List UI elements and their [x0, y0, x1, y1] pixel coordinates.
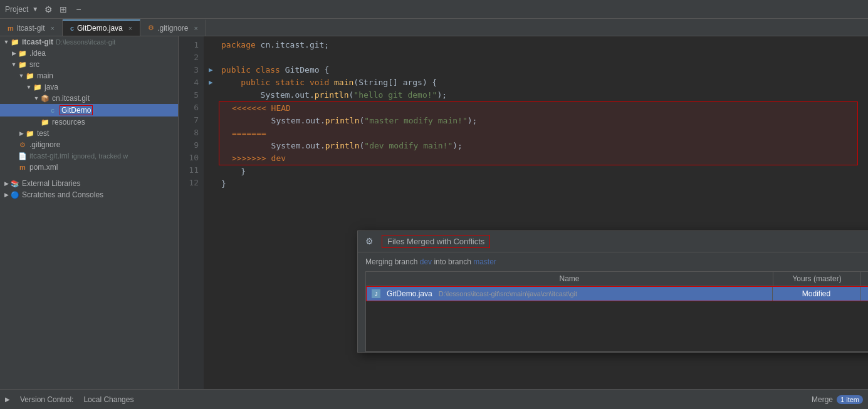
merge-conflict-dialog: ⚙ Files Merged with Conflicts × Merging … — [357, 230, 868, 353]
java-icon-gitdemo: c — [48, 106, 58, 114]
tabs-bar: m itcast-git × c GitDemo.java × ⚙ .gitig… — [0, 19, 868, 36]
folder-icon-test: 📁 — [25, 130, 35, 138]
tree-item-test[interactable]: ▶ 📁 test — [0, 128, 178, 139]
tree-item-scratches[interactable]: ▶ 🔵 Scratches and Consoles — [0, 189, 178, 200]
tree-arrow-package: ▼ — [33, 95, 40, 101]
tab-gitignore[interactable]: ⚙ .gitignore × — [140, 19, 206, 36]
code-line-10: >>>>>>> dev — [219, 152, 857, 165]
iml-icon: 📄 — [18, 152, 28, 160]
code-line-3: ▶ public class GitDemo { — [209, 64, 863, 76]
arrow-3: ▶ — [209, 64, 219, 76]
arrow-4: ▶ — [209, 76, 219, 89]
scratches-icon: 🔵 — [10, 191, 20, 199]
folder-icon-idea: 📁 — [18, 49, 28, 58]
tree-arrow-src: ▼ — [10, 61, 18, 68]
tree-label-gitdemo: GitDemo — [60, 105, 93, 115]
tab-gitdemo[interactable]: c GitDemo.java × — [63, 19, 140, 36]
code-line-2 — [209, 51, 863, 64]
folder-icon-src: 📁 — [18, 61, 28, 69]
bottom-expand-icon[interactable]: ▶ — [5, 396, 10, 403]
main-layout: ▼ 📁 itcast-git D:\lessons\itcast-git ▶ 📁… — [0, 36, 868, 389]
col-theirs-header: Theirs (dev) — [860, 272, 868, 286]
folder-icon-resources: 📁 — [40, 118, 50, 127]
folder-icon-java: 📁 — [33, 83, 43, 91]
minimize-icon[interactable]: − — [73, 4, 83, 14]
conflict-files-table: Name Yours (master) Theirs (dev) J GitDe… — [365, 271, 868, 352]
table-row-gitdemo[interactable]: J GitDemo.java D:\lessons\itcast-git\src… — [366, 286, 868, 301]
tree-item-main[interactable]: ▼ 📁 main — [0, 70, 178, 81]
file-path: D:\lessons\itcast-git\src\main\java\cn\i… — [439, 290, 577, 298]
code-line-4: ▶ public static void main(String[] args)… — [209, 76, 863, 89]
tree-item-java[interactable]: ▼ 📁 java — [0, 81, 178, 93]
yours-status-cell: Modified — [772, 287, 860, 301]
tree-path-root: D:\lessons\itcast-git — [56, 38, 115, 46]
tree-label-package: cn.itcast.git — [52, 94, 90, 103]
tab-pom-icon: m — [8, 24, 14, 32]
tree-item-gitignore[interactable]: ⚙ .gitignore — [0, 139, 178, 150]
dialog-title-bar: ⚙ Files Merged with Conflicts × — [358, 231, 868, 252]
tab-gitdemo-close[interactable]: × — [128, 24, 132, 32]
col-yours-header: Yours (master) — [773, 272, 860, 286]
tree-item-pom[interactable]: m pom.xml — [0, 162, 178, 173]
theirs-status-cell: Modified — [860, 287, 868, 301]
file-name-cell: J GitDemo.java D:\lessons\itcast-git\src… — [367, 287, 772, 301]
title-bar: Project ▼ ⚙ ⊞ − — [0, 0, 868, 19]
branch-from: dev — [420, 257, 432, 266]
pom-icon: m — [18, 163, 28, 171]
bottom-bar: ▶ Version Control: Local Changes Merge 1… — [0, 389, 868, 409]
tree-label-java: java — [44, 83, 58, 91]
tree-item-src[interactable]: ▼ 📁 src — [0, 59, 178, 70]
tree-item-package[interactable]: ▼ 📦 cn.itcast.git — [0, 93, 178, 104]
tree-arrow-root: ▼ — [3, 39, 10, 45]
tab-pom[interactable]: m itcast-git × — [0, 19, 63, 36]
tab-pom-label: itcast-git — [17, 24, 45, 33]
settings-icon[interactable]: ⚙ — [43, 4, 53, 14]
tree-label-pom: pom.xml — [29, 163, 58, 172]
code-line-8: ======= — [219, 127, 857, 140]
merge-label: Merge — [812, 395, 833, 404]
code-line-11: } — [209, 165, 863, 178]
local-changes-label[interactable]: Local Changes — [83, 395, 133, 404]
col-name-header: Name — [366, 272, 773, 286]
layout-icon[interactable]: ⊞ — [58, 4, 68, 14]
code-line-9: System.out.println("dev modify main!"); — [219, 140, 857, 152]
tree-item-iml[interactable]: 📄 itcast-git.iml ignored, tracked w — [0, 150, 178, 162]
tab-gitignore-label: .gitignore — [157, 24, 188, 33]
tab-pom-close[interactable]: × — [50, 24, 54, 32]
tree-item-root[interactable]: ▼ 📁 itcast-git D:\lessons\itcast-git — [0, 36, 178, 48]
code-line-7: System.out.println("master modify main!"… — [219, 115, 857, 127]
project-label: Project — [5, 5, 28, 14]
title-bar-icons: ⚙ ⊞ − — [43, 4, 83, 14]
tree-arrow-idea: ▶ — [10, 50, 18, 56]
version-control-label: Version Control: — [20, 395, 73, 404]
tab-gitdemo-label: GitDemo.java — [77, 24, 123, 33]
table-empty-area — [366, 301, 868, 351]
dialog-subtitle: Merging branch dev into branch master — [365, 257, 868, 266]
tree-label-iml: itcast-git.iml — [29, 152, 69, 160]
table-header: Name Yours (master) Theirs (dev) — [366, 272, 868, 286]
folder-icon-main: 📁 — [25, 72, 35, 80]
chevron-down-icon[interactable]: ▼ — [32, 6, 38, 13]
folder-icon-root: 📁 — [10, 38, 20, 46]
tree-label-main: main — [37, 71, 53, 80]
tree-item-gitdemo[interactable]: c GitDemo — [0, 104, 178, 116]
code-line-6: <<<<<<< HEAD — [219, 102, 857, 115]
conflict-block: <<<<<<< HEAD System.out.println("master … — [219, 101, 858, 165]
tab-gitignore-close[interactable]: × — [194, 24, 198, 32]
tree-item-resources[interactable]: 📁 resources — [0, 116, 178, 128]
dialog-title: Files Merged with Conflicts — [382, 235, 490, 248]
merge-badge: 1 item — [837, 395, 863, 404]
tree-arrow-external: ▶ — [3, 180, 10, 187]
tree-arrow-java: ▼ — [25, 84, 33, 90]
tree-label-scratches: Scratches and Consoles — [22, 190, 103, 199]
tree-label-idea: .idea — [29, 49, 46, 58]
tree-item-idea[interactable]: ▶ 📁 .idea — [0, 48, 178, 59]
tree-label-test: test — [37, 129, 49, 138]
tab-gitignore-icon: ⚙ — [148, 24, 154, 32]
dialog-table-area: Name Yours (master) Theirs (dev) J GitDe… — [365, 271, 868, 352]
library-icon: 📚 — [10, 180, 20, 188]
tree-arrow-main: ▼ — [18, 73, 25, 79]
dialog-icon: ⚙ — [365, 236, 377, 247]
tree-item-external-libraries[interactable]: ▶ 📚 External Libraries — [0, 178, 178, 189]
tab-gitdemo-icon: c — [70, 24, 74, 32]
